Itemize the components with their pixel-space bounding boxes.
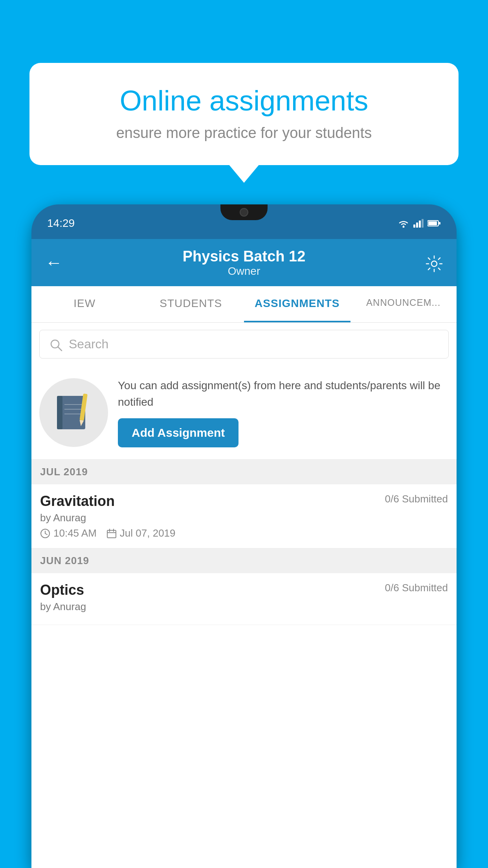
assignment-time-gravitation: 10:45 AM [40,527,97,539]
section-header-jun: JUN 2019 [31,548,457,573]
assignment-submitted-optics: 0/6 Submitted [385,582,448,594]
add-assignment-button[interactable]: Add Assignment [118,418,238,447]
section-header-jul: JUL 2019 [31,460,457,484]
svg-rect-6 [439,222,440,224]
notebook-icon [55,393,92,432]
back-button[interactable]: ← [45,253,62,272]
svg-rect-7 [428,221,437,225]
tab-announcements[interactable]: ANNOUNCEM... [350,286,457,322]
status-time: 14:29 [47,214,75,230]
assignment-name-gravitation: Gravitation [40,493,115,509]
svg-rect-3 [419,221,421,228]
svg-rect-2 [416,223,418,228]
phone-frame: 14:29 [31,204,457,868]
assignment-meta-gravitation: 10:45 AM Jul 07, 2019 [40,527,448,539]
header-title: Physics Batch 12 [183,248,306,265]
assignment-by-gravitation: by Anurag [40,512,448,524]
tabs-bar: IEW STUDENTS ASSIGNMENTS ANNOUNCEM... [31,286,457,323]
settings-icon[interactable] [426,253,443,272]
battery-icon [427,220,441,227]
assignment-by-optics: by Anurag [40,601,448,613]
status-icons [398,216,441,228]
add-assignment-section: You can add assignment(s) from here and … [31,366,457,460]
svg-line-20 [45,533,47,535]
status-bar: 14:29 [31,204,457,239]
phone-camera [240,208,248,217]
tab-iew[interactable]: IEW [31,286,138,322]
tab-students[interactable]: STUDENTS [138,286,244,322]
assignment-item-top-optics: Optics 0/6 Submitted [40,582,448,598]
svg-point-0 [403,226,405,228]
assignment-time-text-gravitation: 10:45 AM [53,527,97,539]
section-month-jul: JUL 2019 [40,466,88,478]
app-header: ← Physics Batch 12 Owner [31,239,457,286]
section-month-jun: JUN 2019 [40,555,89,566]
speech-bubble: Online assignments ensure more practice … [29,63,459,165]
assignment-submitted-gravitation: 0/6 Submitted [385,493,448,505]
signal-icon [413,219,424,228]
assignment-date-text-gravitation: Jul 07, 2019 [120,527,176,539]
tab-assignments[interactable]: ASSIGNMENTS [244,286,350,322]
search-icon [50,337,63,352]
svg-rect-1 [413,224,415,228]
calendar-icon [106,528,117,539]
svg-rect-4 [422,219,424,228]
search-container: Search [31,323,457,366]
clock-icon [40,528,50,539]
assignment-item-optics[interactable]: Optics 0/6 Submitted by Anurag [31,573,457,625]
phone-notch [220,204,268,220]
assignment-item-gravitation[interactable]: Gravitation 0/6 Submitted by Anurag 10:4… [31,484,457,548]
notebook-icon-circle [39,378,108,447]
assignment-description: You can add assignment(s) from here and … [118,377,449,447]
assignment-desc-text: You can add assignment(s) from here and … [118,377,449,410]
search-bar[interactable]: Search [39,330,449,359]
speech-bubble-subtitle: ensure more practice for your students [55,125,433,142]
search-placeholder: Search [69,337,108,351]
wifi-icon [398,219,409,228]
header-title-area: Physics Batch 12 Owner [183,248,306,278]
svg-rect-21 [107,530,116,538]
assignment-date-gravitation: Jul 07, 2019 [106,527,176,539]
header-subtitle: Owner [183,265,306,278]
svg-line-10 [58,347,62,351]
phone-screen: IEW STUDENTS ASSIGNMENTS ANNOUNCEM... Se… [31,286,457,868]
assignment-name-optics: Optics [40,582,84,598]
assignment-item-top: Gravitation 0/6 Submitted [40,493,448,509]
svg-rect-12 [57,396,62,429]
speech-bubble-container: Online assignments ensure more practice … [29,63,459,165]
svg-point-8 [431,261,437,267]
speech-bubble-title: Online assignments [55,85,433,117]
